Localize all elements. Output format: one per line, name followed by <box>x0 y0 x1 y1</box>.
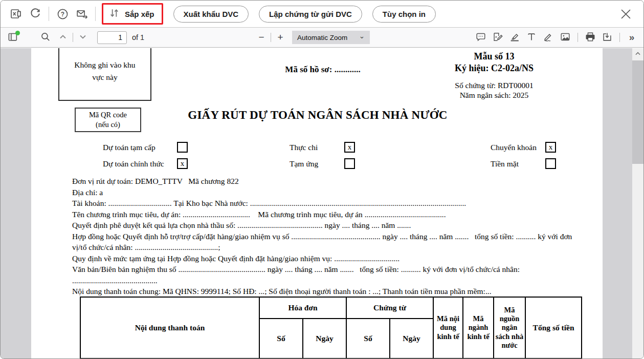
form-number: Mẫu số 13 <box>430 51 558 62</box>
checkbox-tam-ung[interactable] <box>344 158 355 169</box>
col-header-ma-nganh-kinh-te: Mã ngành kinh tế <box>463 297 494 358</box>
col-header-ma-nguon-ngan-sach: Mã nguồn ngân sách nhà nước <box>494 297 525 358</box>
pdf-toolbar: of 1 − + Automatic Zoom ⌄ <box>1 28 643 48</box>
image-button[interactable] <box>558 30 572 45</box>
checkbox-label-tien-mat: Tiền mặt <box>491 159 519 168</box>
checkbox-tien-mat[interactable] <box>545 158 556 169</box>
col-header-ma-noi-dung-kinh-te: Mã nội dung kinh tế <box>433 297 463 358</box>
help-icon: ? <box>56 8 69 20</box>
close-icon <box>619 7 633 21</box>
print-icon <box>585 31 596 44</box>
line-quyet-dinh: Quyết định phê duyệt kết quả lựa chọn nh… <box>72 220 580 231</box>
chevron-down-icon <box>78 32 88 44</box>
find-previous-button[interactable] <box>56 30 70 45</box>
svg-text:?: ? <box>60 10 64 17</box>
app-window: ? Sắp xếp Xuất khẩu DVC Lập chứng từ gửi… <box>0 0 644 359</box>
save-button[interactable] <box>600 30 614 45</box>
checkbox-thuc-chi[interactable]: x <box>344 142 355 153</box>
vertical-scrollbar[interactable] <box>632 48 643 358</box>
checkbox-label-chuyen-khoan: Chuyển khoản <box>491 143 537 152</box>
line-quy-dinh: Quy định về mức tạm ứng tại Hợp đồng hoặ… <box>72 253 580 264</box>
highlight-button[interactable] <box>507 30 522 45</box>
viewer-area: Không ghi vào khu vực này Mã số hồ sơ: .… <box>1 48 643 358</box>
toolbar-divider <box>619 33 620 42</box>
zoom-in-button[interactable]: + <box>274 31 287 44</box>
col-header-hoa-don-ngay: Ngày <box>303 319 346 358</box>
line-noi-dung-chung: Nội dung thanh toán chung: Mã QHNS: 9999… <box>72 286 580 297</box>
mail-send-icon <box>76 8 88 20</box>
image-icon <box>560 31 571 44</box>
checkbox-du-toan-chinh-thuc[interactable]: x <box>177 158 188 169</box>
payment-table: Nội dung thanh toán Hóa đơn Chứng từ Mã … <box>80 297 582 359</box>
excel-export-button[interactable] <box>8 6 24 22</box>
comment-icon <box>475 31 486 44</box>
checkbox-label-du-toan-chinh-thuc: Dự toán chính thức <box>103 159 164 168</box>
excel-icon <box>10 8 22 20</box>
checkbox-du-toan-tam-cap[interactable] <box>177 142 188 153</box>
zoom-level-select[interactable]: Automatic Zoom ⌄ <box>292 31 370 44</box>
highlighter-icon <box>509 31 520 44</box>
page-number-input[interactable] <box>97 31 127 44</box>
print-button[interactable] <box>583 30 597 45</box>
toolbar-divider <box>49 7 49 21</box>
zoom-controls: − + Automatic Zoom ⌄ <box>255 28 370 47</box>
signature-icon <box>492 31 503 44</box>
top-toolbar: ? Sắp xếp Xuất khẩu DVC Lập chứng từ gửi… <box>1 1 643 28</box>
checkbox-label-thuc-chi: Thực chi <box>290 143 318 152</box>
annotation-tools: » <box>474 30 638 45</box>
scroll-up-arrow-icon[interactable] <box>632 48 643 59</box>
line-ten-chuong-trinh: Tên chương trình mục tiêu, dự án: ......… <box>72 209 580 220</box>
document-body-text: Đơn vị rút dự toán: DEMO_TTTV Mã chương … <box>72 176 580 297</box>
sort-button[interactable]: Sắp xếp <box>108 7 154 20</box>
toolbar-divider <box>95 7 96 21</box>
free-text-button[interactable] <box>524 30 539 45</box>
form-header-block: Mẫu số 13 Ký hiệu: C2-02a/NS Số chứng từ… <box>430 51 558 100</box>
checkbox-chuyen-khoan[interactable]: x <box>545 142 556 153</box>
line-van-ban-dots: ........................................… <box>72 275 580 286</box>
help-button[interactable]: ? <box>54 6 71 22</box>
col-group-hoa-don: Hóa đơn <box>259 297 346 319</box>
no-write-zone-box: Không ghi vào khu vực này <box>58 48 151 101</box>
line-tai-khoan: Tài khoản: .............................… <box>72 198 580 209</box>
col-header-tong-so-tien: Tổng số tiền <box>525 297 582 358</box>
checkbox-label-du-toan-tam-cap: Dự toán tạm cấp <box>103 143 156 152</box>
form-symbol: Ký hiệu: C2-02a/NS <box>430 62 558 74</box>
create-dvc-doc-button[interactable]: Lập chứng từ gửi DVC <box>259 6 362 23</box>
select-chevron-icon: ⌄ <box>359 32 365 40</box>
search-button[interactable] <box>38 30 53 45</box>
search-icon <box>40 31 51 44</box>
close-button[interactable] <box>617 5 634 23</box>
sort-icon <box>108 7 120 20</box>
signature-button[interactable] <box>491 30 505 45</box>
document-page: Không ghi vào khu vực này Mã số hồ sơ: .… <box>31 48 603 359</box>
find-next-button[interactable] <box>76 30 90 45</box>
zoom-level-value: Automatic Zoom <box>297 34 347 41</box>
col-header-chung-tu-ngay: Ngày <box>390 319 433 358</box>
download-icon <box>602 31 613 44</box>
refresh-icon <box>29 8 41 20</box>
document-title: GIẤY RÚT DỰ TOÁN NGÂN SÁCH NHÀ NƯỚC <box>123 109 512 122</box>
scrollbar-thumb[interactable] <box>632 60 643 164</box>
comment-button[interactable] <box>474 30 488 45</box>
send-mail-button[interactable] <box>74 6 90 22</box>
export-dvc-button[interactable]: Xuất khẩu DVC <box>173 6 249 23</box>
zoom-out-button[interactable]: − <box>255 31 268 44</box>
more-tools-button[interactable]: » <box>625 30 638 45</box>
print-options-button[interactable]: Tùy chọn in <box>372 6 436 23</box>
line-dia-chi: Địa chỉ: a <box>72 187 580 198</box>
refresh-button[interactable] <box>27 6 43 22</box>
sort-highlight-box: Sắp xếp <box>102 3 163 25</box>
draw-button[interactable] <box>541 30 556 45</box>
col-header-hoa-don-so: Số <box>259 319 303 358</box>
page-count-label: of 1 <box>132 33 144 41</box>
toolbar-divider <box>271 33 271 42</box>
document-number: Số chứng từ: RDT00001 <box>430 80 558 90</box>
qr-box-line1: Mã QR code <box>89 110 127 120</box>
line-van-ban: Văn bản/Biên bản nghiệm thu số .........… <box>72 264 580 275</box>
ink-pen-icon <box>543 31 554 44</box>
sort-button-label: Sắp xếp <box>125 10 154 18</box>
col-group-chung-tu: Chứng từ <box>346 297 433 319</box>
status-green-dot <box>15 31 20 35</box>
sidebar-toggle-button[interactable] <box>6 30 20 45</box>
toolbar-divider <box>73 33 73 42</box>
